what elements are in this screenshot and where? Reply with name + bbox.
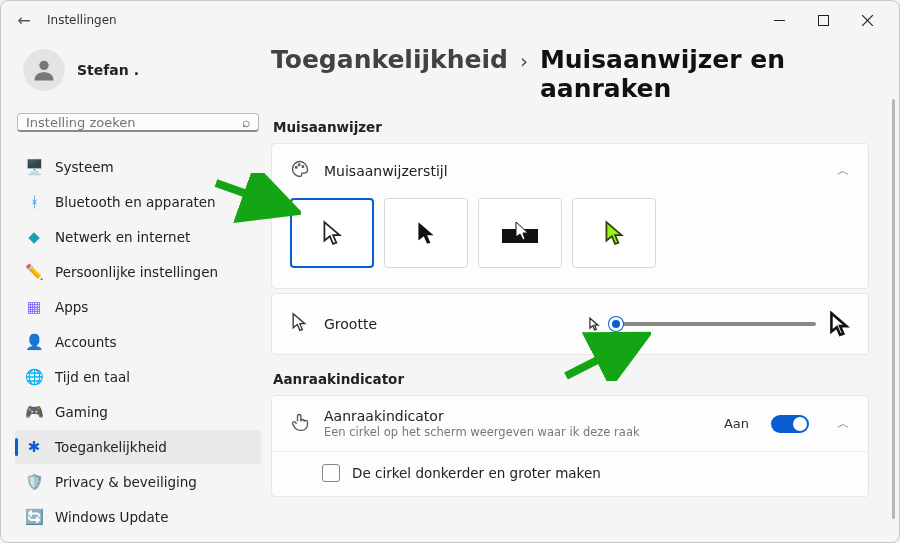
avatar bbox=[23, 49, 65, 91]
cursor-small-icon bbox=[588, 317, 600, 331]
pointer-style-card: Muisaanwijzerstijl ︿ bbox=[271, 143, 869, 289]
touch-indicator-subtitle: Een cirkel op het scherm weergeven waar … bbox=[324, 425, 710, 439]
nav-label: Bluetooth en apparaten bbox=[55, 194, 216, 210]
pointer-style-options bbox=[272, 198, 868, 288]
svg-point-6 bbox=[298, 164, 300, 166]
nav-item-accounts[interactable]: 👤Accounts bbox=[15, 325, 261, 359]
touch-indicator-card: Aanraakindicator Een cirkel op het scher… bbox=[271, 395, 869, 497]
net-icon: ◆ bbox=[25, 228, 43, 246]
pointer-style-inverted[interactable] bbox=[478, 198, 562, 268]
privacy-icon: 🛡️ bbox=[25, 473, 43, 491]
nav-item-gaming[interactable]: 🎮Gaming bbox=[15, 395, 261, 429]
size-label: Grootte bbox=[324, 316, 574, 332]
bt-icon: ᚼ bbox=[25, 193, 43, 211]
touch-indicator-title: Aanraakindicator bbox=[324, 408, 710, 424]
svg-rect-1 bbox=[818, 15, 828, 25]
apps-icon: ▦ bbox=[25, 298, 43, 316]
access-icon: ✱ bbox=[25, 438, 43, 456]
minimize-icon bbox=[774, 15, 785, 26]
cursor-inverted-icon bbox=[498, 219, 542, 247]
svg-point-5 bbox=[295, 167, 297, 169]
nav-item-apps[interactable]: ▦Apps bbox=[15, 290, 261, 324]
main-content: Toegankelijkheid › Muisaanwijzer en aanr… bbox=[271, 39, 899, 542]
nav-item-bt[interactable]: ᚼBluetooth en apparaten bbox=[15, 185, 261, 219]
toggle-state-label: Aan bbox=[724, 416, 749, 431]
nav-label: Tijd en taal bbox=[55, 369, 130, 385]
personal-icon: ✏️ bbox=[25, 263, 43, 281]
cursor-black-icon bbox=[415, 220, 437, 246]
pointer-size-card: Grootte bbox=[271, 293, 869, 355]
nav-label: Windows Update bbox=[55, 509, 168, 525]
palette-icon bbox=[290, 159, 310, 183]
sidebar: Stefan . ⌕ 🖥️SysteemᚼBluetooth en appara… bbox=[1, 39, 271, 542]
gaming-icon: 🎮 bbox=[25, 403, 43, 421]
nav-item-privacy[interactable]: 🛡️Privacy & beveiliging bbox=[15, 465, 261, 499]
profile-block[interactable]: Stefan . bbox=[15, 43, 261, 109]
cursor-large-icon bbox=[828, 311, 850, 337]
chevron-up-icon: ︿ bbox=[837, 162, 850, 180]
cursor-white-icon bbox=[321, 220, 343, 246]
nav-label: Persoonlijke instellingen bbox=[55, 264, 218, 280]
breadcrumb-parent[interactable]: Toegankelijkheid bbox=[271, 45, 508, 74]
scrollbar[interactable] bbox=[892, 99, 895, 519]
cursor-icon bbox=[290, 312, 310, 336]
darker-circle-checkbox[interactable] bbox=[322, 464, 340, 482]
pointer-style-white[interactable] bbox=[290, 198, 374, 268]
search-input[interactable] bbox=[26, 115, 242, 130]
nav-item-access[interactable]: ✱Toegankelijkheid bbox=[15, 430, 261, 464]
minimize-button[interactable] bbox=[757, 5, 801, 35]
svg-point-7 bbox=[302, 166, 304, 168]
maximize-icon bbox=[818, 15, 829, 26]
accounts-icon: 👤 bbox=[25, 333, 43, 351]
page-title: Muisaanwijzer en aanraken bbox=[540, 45, 869, 103]
user-name: Stefan . bbox=[77, 62, 139, 78]
nav-label: Gaming bbox=[55, 404, 108, 420]
maximize-button[interactable] bbox=[801, 5, 845, 35]
slider-thumb[interactable] bbox=[609, 317, 623, 331]
system-icon: 🖥️ bbox=[25, 158, 43, 176]
section-touch-label: Aanraakindicator bbox=[273, 371, 869, 387]
size-slider-group bbox=[588, 311, 850, 337]
close-icon bbox=[862, 15, 873, 26]
cursor-green-icon bbox=[603, 220, 625, 246]
nav-label: Systeem bbox=[55, 159, 114, 175]
darker-circle-label: De cirkel donkerder en groter maken bbox=[352, 465, 601, 481]
pointer-style-custom[interactable] bbox=[572, 198, 656, 268]
back-button[interactable]: ← bbox=[11, 11, 37, 30]
breadcrumb: Toegankelijkheid › Muisaanwijzer en aanr… bbox=[271, 39, 869, 109]
chevron-up-icon: ︿ bbox=[837, 415, 850, 433]
settings-window: ← Instellingen Stefan . ⌕ 🖥️Syst bbox=[0, 0, 900, 543]
person-icon bbox=[30, 56, 58, 84]
touch-icon bbox=[290, 412, 310, 436]
nav-item-net[interactable]: ◆Netwerk en internet bbox=[15, 220, 261, 254]
nav-label: Apps bbox=[55, 299, 88, 315]
pointer-style-header[interactable]: Muisaanwijzerstijl ︿ bbox=[272, 144, 868, 198]
search-box[interactable]: ⌕ bbox=[17, 113, 259, 132]
section-pointer-label: Muisaanwijzer bbox=[273, 119, 869, 135]
nav-item-system[interactable]: 🖥️Systeem bbox=[15, 150, 261, 184]
nav-label: Accounts bbox=[55, 334, 117, 350]
update-icon: 🔄 bbox=[25, 508, 43, 526]
window-title: Instellingen bbox=[47, 13, 117, 27]
size-slider[interactable] bbox=[612, 322, 816, 326]
nav-item-personal[interactable]: ✏️Persoonlijke instellingen bbox=[15, 255, 261, 289]
darker-circle-row[interactable]: De cirkel donkerder en groter maken bbox=[272, 451, 868, 496]
breadcrumb-separator-icon: › bbox=[520, 49, 528, 73]
touch-indicator-toggle[interactable] bbox=[771, 415, 809, 433]
nav-list: 🖥️SysteemᚼBluetooth en apparaten◆Netwerk… bbox=[15, 150, 261, 534]
nav-item-update[interactable]: 🔄Windows Update bbox=[15, 500, 261, 534]
touch-indicator-row[interactable]: Aanraakindicator Een cirkel op het scher… bbox=[272, 396, 868, 451]
pointer-style-black[interactable] bbox=[384, 198, 468, 268]
titlebar: ← Instellingen bbox=[1, 1, 899, 39]
time-icon: 🌐 bbox=[25, 368, 43, 386]
nav-label: Privacy & beveiliging bbox=[55, 474, 197, 490]
search-icon: ⌕ bbox=[242, 114, 250, 130]
pointer-style-label: Muisaanwijzerstijl bbox=[324, 163, 823, 179]
close-button[interactable] bbox=[845, 5, 889, 35]
nav-label: Netwerk en internet bbox=[55, 229, 190, 245]
svg-point-4 bbox=[39, 61, 48, 70]
nav-label: Toegankelijkheid bbox=[55, 439, 167, 455]
nav-item-time[interactable]: 🌐Tijd en taal bbox=[15, 360, 261, 394]
